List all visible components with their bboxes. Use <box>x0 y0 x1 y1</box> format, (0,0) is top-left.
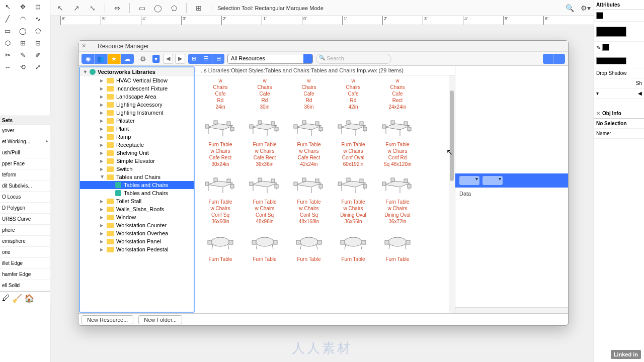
list-item[interactable]: URBS Curve <box>0 214 50 225</box>
list-item[interactable]: hamfer Edge <box>0 269 50 280</box>
list-item[interactable]: illet Edge <box>0 258 50 269</box>
right-pane-toggle[interactable] <box>554 54 565 64</box>
search-input[interactable]: Search <box>316 54 391 64</box>
resource-item[interactable]: wChairsCafeRd30in <box>244 77 286 110</box>
list-item[interactable]: D Polygon <box>0 203 50 214</box>
rm-tree[interactable]: ▼ Vectorworks Libraries ▶HVAC Vertical E… <box>79 66 195 313</box>
resource-item[interactable]: wChairsCafeRd24in <box>199 77 242 110</box>
resource-item[interactable]: Furn Tablew ChairsCafe Rect30x24in <box>199 113 242 167</box>
resource-item[interactable]: Furn Tablew ChairsConf RdSq 48x120in <box>376 113 419 167</box>
tree-file[interactable]: Tables and Chairs <box>80 189 194 197</box>
tree-folder[interactable]: ▶Lighting Instrument <box>80 109 194 117</box>
tool-icon[interactable]: ⤢ <box>31 61 44 72</box>
new-folder-button[interactable]: New Folder... <box>138 315 182 324</box>
tool-icon[interactable]: ⊞ <box>16 37 29 48</box>
tool-icon[interactable]: ⬠ <box>31 25 44 36</box>
pen-icon[interactable]: ✎ <box>596 45 600 50</box>
tree-folder[interactable]: ▶Walls_Slabs_Roofs <box>80 205 194 213</box>
list-item[interactable]: dit Subdivis... <box>0 180 50 192</box>
disclosure-icon[interactable]: ▼ <box>83 69 88 74</box>
drop-shadow-label[interactable]: Drop Shadow <box>594 68 644 78</box>
tool-icon[interactable]: ✥ <box>16 1 29 12</box>
tree-folder[interactable]: ▶Simple Elevator <box>80 157 194 165</box>
resource-item[interactable]: Furn Tablew ChairsDining Oval36x56in <box>332 170 374 225</box>
tree-folder[interactable]: ▶Plant <box>80 125 194 133</box>
filter-select[interactable]: All Resources <box>227 54 313 64</box>
tool-icon[interactable]: ↖ <box>1 1 14 12</box>
resource-item[interactable]: Furn Tablew ChairsConf Sq36x60in <box>199 170 242 225</box>
users-tab-icon[interactable]: 👥 <box>95 54 108 64</box>
list-item[interactable]: teform <box>0 169 50 180</box>
dropdown[interactable]: ▾ <box>596 90 599 96</box>
tool-icon[interactable]: ⤡ <box>87 2 99 14</box>
tool-icon[interactable]: ◠ <box>16 13 29 24</box>
resource-item[interactable]: Furn Table <box>244 228 286 262</box>
tool-icon[interactable]: ⇔ <box>111 2 123 14</box>
list-item[interactable]: yover <box>0 125 50 136</box>
close-icon[interactable]: ✕ <box>82 43 86 49</box>
resource-item[interactable]: Furn Table <box>288 228 330 262</box>
scrollbar[interactable] <box>449 75 455 313</box>
list-item[interactable]: ell Solid <box>0 280 50 291</box>
list-item[interactable]: pper Face <box>0 158 50 169</box>
flashlight-icon[interactable]: 🔍 <box>564 2 576 14</box>
resource-item[interactable]: Furn Table <box>332 228 374 262</box>
tree-folder[interactable]: ▶Toilet Stall <box>80 197 194 205</box>
resource-item[interactable]: wChairsCafeRd36in <box>288 77 330 110</box>
line-preview[interactable] <box>596 57 626 64</box>
tool-icon[interactable]: ↗ <box>70 2 83 14</box>
list-item[interactable]: one <box>0 247 50 258</box>
preview-dropdown[interactable] <box>459 176 479 185</box>
h-scrollbar[interactable] <box>455 307 568 313</box>
source-tabs[interactable]: ◉ 👥 ★ ☁ <box>82 54 134 64</box>
fill-swatch[interactable] <box>596 12 603 19</box>
tool-icon[interactable]: 🖊 <box>2 294 10 303</box>
new-resource-button[interactable]: New Resource... <box>82 315 133 324</box>
resource-item[interactable]: wChairsCafeRect24x24in <box>376 77 419 110</box>
tool-icon[interactable]: ✂ <box>1 49 14 60</box>
tree-folder[interactable]: ▶Workstation Counter <box>80 221 194 229</box>
tool-icon[interactable]: ◯ <box>16 25 29 36</box>
tree-folder[interactable]: ▶Workstation Overhea <box>80 229 194 237</box>
cloud-tab-icon[interactable]: ☁ <box>121 54 134 64</box>
gear-icon[interactable]: ⚙ <box>137 55 149 63</box>
tool-icon[interactable]: ✎ <box>16 49 29 60</box>
favorites-tab-icon[interactable]: ★ <box>108 54 121 64</box>
tool-icon[interactable]: 🧹 <box>12 294 22 303</box>
preview-dropdown[interactable] <box>482 176 503 185</box>
list-item[interactable]: et Working... <box>0 136 50 147</box>
tool-icon[interactable]: ✐ <box>31 49 44 60</box>
tree-file[interactable]: Tables and Chairs <box>80 181 194 189</box>
tool-icon[interactable]: ⬡ <box>1 37 14 48</box>
tree-folder[interactable]: ▶Tables and Chairs <box>80 173 194 181</box>
resource-item[interactable]: Furn Table <box>376 228 419 262</box>
rect-icon[interactable]: ▭ <box>136 2 148 14</box>
resource-item[interactable]: Furn Table <box>199 228 242 262</box>
list-view-icon[interactable]: ☰ <box>200 54 212 64</box>
tool-icon[interactable]: ↖ <box>54 2 66 14</box>
tool-icon[interactable]: ⊡ <box>31 1 44 12</box>
tool-icon[interactable]: ∿ <box>31 13 44 24</box>
arrow-left-icon[interactable]: ◀ <box>638 90 642 96</box>
tree-folder[interactable]: ▶Workstation Pedestal <box>80 245 194 253</box>
resource-item[interactable]: wChairsCafeRd42in <box>332 77 374 110</box>
resource-item[interactable]: Furn Tablew ChairsConf Sq48x168in <box>288 170 330 225</box>
gear-dropdown[interactable]: ▾ <box>152 55 160 63</box>
tool-icon[interactable]: 🏠 <box>24 294 34 303</box>
fill-preview[interactable] <box>596 27 626 37</box>
resource-item[interactable]: Furn Tablew ChairsConf Oval60x192in <box>332 113 374 167</box>
line-swatch[interactable] <box>602 44 609 51</box>
minimize-icon[interactable]: — <box>89 43 95 49</box>
poly-icon[interactable]: ⬠ <box>168 2 180 14</box>
tree-folder[interactable]: ▶Receptacle <box>80 141 194 149</box>
tree-folder[interactable]: ▶Pilaster <box>80 117 194 125</box>
left-pane-toggle[interactable] <box>543 54 554 64</box>
close-icon[interactable]: ✕ <box>596 111 600 116</box>
list-item[interactable]: phere <box>0 225 50 236</box>
tree-folder[interactable]: ▶Window <box>80 213 194 221</box>
tree-folder[interactable]: ▶Landscape Area <box>80 93 194 101</box>
list-item[interactable]: emisphere <box>0 236 50 247</box>
tree-folder[interactable]: ▶Incandescent Fixture <box>80 84 194 93</box>
resource-item[interactable]: Furn Tablew ChairsDining Oval36x72in <box>376 170 419 225</box>
list-item[interactable]: ush/Pull <box>0 147 50 158</box>
